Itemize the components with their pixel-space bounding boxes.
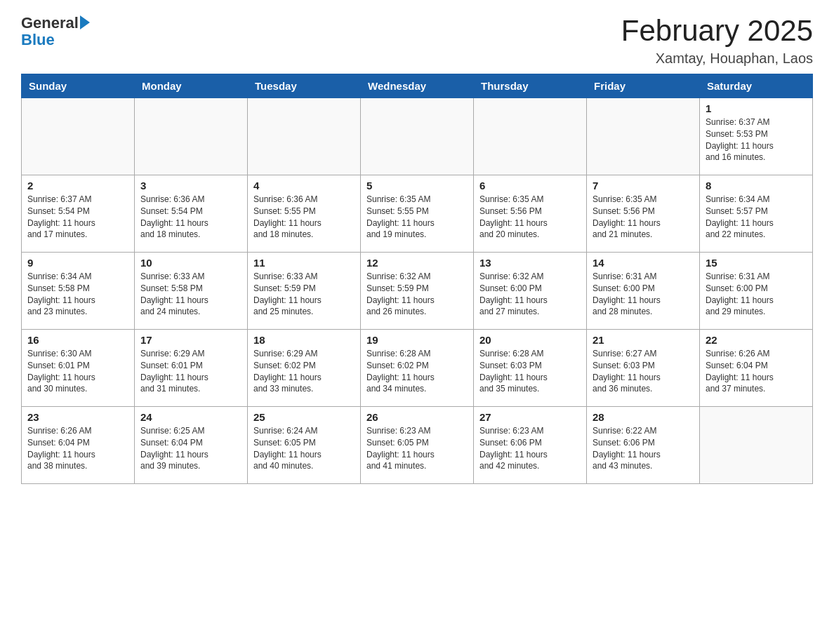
day-info: Sunrise: 6:23 AM Sunset: 6:05 PM Dayligh… [366, 425, 468, 472]
day-number: 21 [593, 334, 694, 346]
weekday-header-thursday: Thursday [474, 74, 587, 98]
weekday-header-monday: Monday [135, 74, 248, 98]
day-number: 26 [366, 411, 468, 423]
calendar-cell: 21Sunrise: 6:27 AM Sunset: 6:03 PM Dayli… [587, 330, 700, 407]
day-number: 17 [140, 334, 241, 346]
calendar-subtitle: Xamtay, Houaphan, Laos [621, 51, 813, 67]
calendar-body: 1Sunrise: 6:37 AM Sunset: 5:53 PM Daylig… [22, 98, 813, 484]
calendar-cell: 1Sunrise: 6:37 AM Sunset: 5:53 PM Daylig… [700, 98, 813, 175]
calendar-cell: 26Sunrise: 6:23 AM Sunset: 6:05 PM Dayli… [361, 407, 474, 484]
calendar-cell: 10Sunrise: 6:33 AM Sunset: 5:58 PM Dayli… [135, 253, 248, 330]
calendar-cell: 3Sunrise: 6:36 AM Sunset: 5:54 PM Daylig… [135, 175, 248, 253]
day-info: Sunrise: 6:32 AM Sunset: 5:59 PM Dayligh… [366, 271, 468, 318]
day-number: 5 [366, 180, 468, 192]
calendar-cell: 20Sunrise: 6:28 AM Sunset: 6:03 PM Dayli… [474, 330, 587, 407]
calendar-week-4: 16Sunrise: 6:30 AM Sunset: 6:01 PM Dayli… [22, 330, 813, 407]
calendar-table: SundayMondayTuesdayWednesdayThursdayFrid… [21, 74, 813, 484]
day-number: 19 [366, 334, 468, 346]
day-info: Sunrise: 6:30 AM Sunset: 6:01 PM Dayligh… [27, 348, 128, 395]
calendar-cell: 18Sunrise: 6:29 AM Sunset: 6:02 PM Dayli… [248, 330, 361, 407]
logo-blue-text: Blue [21, 31, 55, 49]
day-info: Sunrise: 6:35 AM Sunset: 5:55 PM Dayligh… [366, 194, 468, 241]
day-number: 24 [140, 411, 241, 423]
calendar-week-3: 9Sunrise: 6:34 AM Sunset: 5:58 PM Daylig… [22, 253, 813, 330]
calendar-title: February 2025 [621, 14, 813, 48]
day-number: 22 [706, 334, 807, 346]
calendar-cell: 28Sunrise: 6:22 AM Sunset: 6:06 PM Dayli… [587, 407, 700, 484]
calendar-cell: 8Sunrise: 6:34 AM Sunset: 5:57 PM Daylig… [700, 175, 813, 253]
calendar-cell: 25Sunrise: 6:24 AM Sunset: 6:05 PM Dayli… [248, 407, 361, 484]
day-info: Sunrise: 6:37 AM Sunset: 5:54 PM Dayligh… [27, 194, 128, 241]
day-number: 1 [706, 102, 807, 114]
day-number: 18 [253, 334, 355, 346]
day-number: 12 [366, 257, 468, 269]
day-number: 15 [706, 257, 807, 269]
calendar-cell: 17Sunrise: 6:29 AM Sunset: 6:01 PM Dayli… [135, 330, 248, 407]
day-info: Sunrise: 6:31 AM Sunset: 6:00 PM Dayligh… [593, 271, 694, 318]
calendar-cell [474, 98, 587, 175]
calendar-cell: 7Sunrise: 6:35 AM Sunset: 5:56 PM Daylig… [587, 175, 700, 253]
day-number: 16 [27, 334, 128, 346]
calendar-cell: 11Sunrise: 6:33 AM Sunset: 5:59 PM Dayli… [248, 253, 361, 330]
day-number: 3 [140, 180, 241, 192]
day-info: Sunrise: 6:36 AM Sunset: 5:55 PM Dayligh… [253, 194, 355, 241]
day-info: Sunrise: 6:27 AM Sunset: 6:03 PM Dayligh… [593, 348, 694, 395]
weekday-header-tuesday: Tuesday [248, 74, 361, 98]
calendar-header: SundayMondayTuesdayWednesdayThursdayFrid… [22, 74, 813, 98]
day-info: Sunrise: 6:35 AM Sunset: 5:56 PM Dayligh… [593, 194, 694, 241]
weekday-header-sunday: Sunday [22, 74, 135, 98]
day-number: 20 [479, 334, 581, 346]
calendar-cell: 4Sunrise: 6:36 AM Sunset: 5:55 PM Daylig… [248, 175, 361, 253]
day-number: 14 [593, 257, 694, 269]
calendar-cell [700, 407, 813, 484]
day-number: 25 [253, 411, 355, 423]
weekday-header-friday: Friday [587, 74, 700, 98]
calendar-cell: 13Sunrise: 6:32 AM Sunset: 6:00 PM Dayli… [474, 253, 587, 330]
day-info: Sunrise: 6:32 AM Sunset: 6:00 PM Dayligh… [479, 271, 581, 318]
day-info: Sunrise: 6:26 AM Sunset: 6:04 PM Dayligh… [706, 348, 807, 395]
day-info: Sunrise: 6:23 AM Sunset: 6:06 PM Dayligh… [479, 425, 581, 472]
day-info: Sunrise: 6:34 AM Sunset: 5:57 PM Dayligh… [706, 194, 807, 241]
calendar-cell: 24Sunrise: 6:25 AM Sunset: 6:04 PM Dayli… [135, 407, 248, 484]
day-number: 23 [27, 411, 128, 423]
day-number: 7 [593, 180, 694, 192]
weekday-header-saturday: Saturday [700, 74, 813, 98]
day-number: 13 [479, 257, 581, 269]
day-number: 4 [253, 180, 355, 192]
calendar-week-1: 1Sunrise: 6:37 AM Sunset: 5:53 PM Daylig… [22, 98, 813, 175]
calendar-cell [135, 98, 248, 175]
day-info: Sunrise: 6:26 AM Sunset: 6:04 PM Dayligh… [27, 425, 128, 472]
calendar-cell [361, 98, 474, 175]
logo: General Blue [21, 14, 90, 49]
day-info: Sunrise: 6:29 AM Sunset: 6:01 PM Dayligh… [140, 348, 241, 395]
day-number: 11 [253, 257, 355, 269]
day-info: Sunrise: 6:33 AM Sunset: 5:59 PM Dayligh… [253, 271, 355, 318]
day-info: Sunrise: 6:25 AM Sunset: 6:04 PM Dayligh… [140, 425, 241, 472]
day-info: Sunrise: 6:37 AM Sunset: 5:53 PM Dayligh… [706, 116, 807, 163]
calendar-cell: 15Sunrise: 6:31 AM Sunset: 6:00 PM Dayli… [700, 253, 813, 330]
weekday-header-row: SundayMondayTuesdayWednesdayThursdayFrid… [22, 74, 813, 98]
calendar-week-5: 23Sunrise: 6:26 AM Sunset: 6:04 PM Dayli… [22, 407, 813, 484]
day-info: Sunrise: 6:28 AM Sunset: 6:03 PM Dayligh… [479, 348, 581, 395]
calendar-cell: 22Sunrise: 6:26 AM Sunset: 6:04 PM Dayli… [700, 330, 813, 407]
logo-arrow-icon [80, 15, 90, 29]
day-number: 10 [140, 257, 241, 269]
calendar-cell: 2Sunrise: 6:37 AM Sunset: 5:54 PM Daylig… [22, 175, 135, 253]
calendar-cell: 6Sunrise: 6:35 AM Sunset: 5:56 PM Daylig… [474, 175, 587, 253]
calendar-cell: 9Sunrise: 6:34 AM Sunset: 5:58 PM Daylig… [22, 253, 135, 330]
calendar-cell: 27Sunrise: 6:23 AM Sunset: 6:06 PM Dayli… [474, 407, 587, 484]
day-number: 6 [479, 180, 581, 192]
calendar-cell [248, 98, 361, 175]
day-info: Sunrise: 6:24 AM Sunset: 6:05 PM Dayligh… [253, 425, 355, 472]
calendar-cell: 5Sunrise: 6:35 AM Sunset: 5:55 PM Daylig… [361, 175, 474, 253]
calendar-cell [587, 98, 700, 175]
title-area: February 2025 Xamtay, Houaphan, Laos [621, 14, 813, 67]
day-number: 28 [593, 411, 694, 423]
calendar-cell [22, 98, 135, 175]
day-number: 9 [27, 257, 128, 269]
day-info: Sunrise: 6:31 AM Sunset: 6:00 PM Dayligh… [706, 271, 807, 318]
day-number: 8 [706, 180, 807, 192]
day-info: Sunrise: 6:36 AM Sunset: 5:54 PM Dayligh… [140, 194, 241, 241]
day-info: Sunrise: 6:22 AM Sunset: 6:06 PM Dayligh… [593, 425, 694, 472]
day-info: Sunrise: 6:33 AM Sunset: 5:58 PM Dayligh… [140, 271, 241, 318]
